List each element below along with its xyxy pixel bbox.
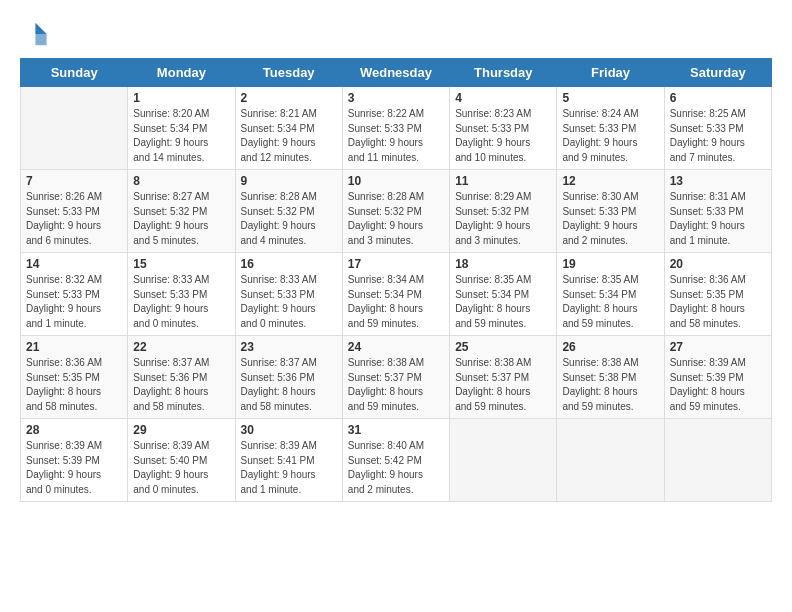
day-info: Sunrise: 8:26 AM Sunset: 5:33 PM Dayligh… (26, 190, 122, 248)
calendar-cell: 12Sunrise: 8:30 AM Sunset: 5:33 PM Dayli… (557, 170, 664, 253)
calendar-cell: 22Sunrise: 8:37 AM Sunset: 5:36 PM Dayli… (128, 336, 235, 419)
day-info: Sunrise: 8:20 AM Sunset: 5:34 PM Dayligh… (133, 107, 229, 165)
calendar-body: 1Sunrise: 8:20 AM Sunset: 5:34 PM Daylig… (21, 87, 772, 502)
days-of-week-header: SundayMondayTuesdayWednesdayThursdayFrid… (21, 59, 772, 87)
day-info: Sunrise: 8:39 AM Sunset: 5:40 PM Dayligh… (133, 439, 229, 497)
day-info: Sunrise: 8:33 AM Sunset: 5:33 PM Dayligh… (241, 273, 337, 331)
calendar-week-row: 21Sunrise: 8:36 AM Sunset: 5:35 PM Dayli… (21, 336, 772, 419)
day-info: Sunrise: 8:40 AM Sunset: 5:42 PM Dayligh… (348, 439, 444, 497)
day-number: 20 (670, 257, 766, 271)
calendar-week-row: 14Sunrise: 8:32 AM Sunset: 5:33 PM Dayli… (21, 253, 772, 336)
calendar-cell: 19Sunrise: 8:35 AM Sunset: 5:34 PM Dayli… (557, 253, 664, 336)
logo (20, 20, 52, 48)
day-info: Sunrise: 8:28 AM Sunset: 5:32 PM Dayligh… (241, 190, 337, 248)
day-number: 17 (348, 257, 444, 271)
calendar-cell: 27Sunrise: 8:39 AM Sunset: 5:39 PM Dayli… (664, 336, 771, 419)
day-number: 16 (241, 257, 337, 271)
day-info: Sunrise: 8:23 AM Sunset: 5:33 PM Dayligh… (455, 107, 551, 165)
day-info: Sunrise: 8:27 AM Sunset: 5:32 PM Dayligh… (133, 190, 229, 248)
calendar-cell: 26Sunrise: 8:38 AM Sunset: 5:38 PM Dayli… (557, 336, 664, 419)
calendar-week-row: 7Sunrise: 8:26 AM Sunset: 5:33 PM Daylig… (21, 170, 772, 253)
day-info: Sunrise: 8:38 AM Sunset: 5:37 PM Dayligh… (455, 356, 551, 414)
day-info: Sunrise: 8:30 AM Sunset: 5:33 PM Dayligh… (562, 190, 658, 248)
calendar-cell: 20Sunrise: 8:36 AM Sunset: 5:35 PM Dayli… (664, 253, 771, 336)
day-info: Sunrise: 8:28 AM Sunset: 5:32 PM Dayligh… (348, 190, 444, 248)
calendar-cell: 28Sunrise: 8:39 AM Sunset: 5:39 PM Dayli… (21, 419, 128, 502)
calendar-cell: 18Sunrise: 8:35 AM Sunset: 5:34 PM Dayli… (450, 253, 557, 336)
day-number: 6 (670, 91, 766, 105)
calendar-cell (557, 419, 664, 502)
day-number: 25 (455, 340, 551, 354)
day-number: 7 (26, 174, 122, 188)
day-info: Sunrise: 8:32 AM Sunset: 5:33 PM Dayligh… (26, 273, 122, 331)
calendar-cell (450, 419, 557, 502)
day-info: Sunrise: 8:29 AM Sunset: 5:32 PM Dayligh… (455, 190, 551, 248)
day-number: 23 (241, 340, 337, 354)
day-info: Sunrise: 8:36 AM Sunset: 5:35 PM Dayligh… (670, 273, 766, 331)
day-number: 4 (455, 91, 551, 105)
day-number: 11 (455, 174, 551, 188)
day-info: Sunrise: 8:24 AM Sunset: 5:33 PM Dayligh… (562, 107, 658, 165)
day-info: Sunrise: 8:22 AM Sunset: 5:33 PM Dayligh… (348, 107, 444, 165)
day-info: Sunrise: 8:37 AM Sunset: 5:36 PM Dayligh… (241, 356, 337, 414)
calendar-cell: 21Sunrise: 8:36 AM Sunset: 5:35 PM Dayli… (21, 336, 128, 419)
calendar-cell: 7Sunrise: 8:26 AM Sunset: 5:33 PM Daylig… (21, 170, 128, 253)
calendar-cell: 14Sunrise: 8:32 AM Sunset: 5:33 PM Dayli… (21, 253, 128, 336)
logo-icon (20, 20, 48, 48)
svg-marker-0 (35, 23, 46, 34)
calendar-cell: 31Sunrise: 8:40 AM Sunset: 5:42 PM Dayli… (342, 419, 449, 502)
day-info: Sunrise: 8:36 AM Sunset: 5:35 PM Dayligh… (26, 356, 122, 414)
day-of-week-header: Wednesday (342, 59, 449, 87)
calendar-cell: 30Sunrise: 8:39 AM Sunset: 5:41 PM Dayli… (235, 419, 342, 502)
day-info: Sunrise: 8:25 AM Sunset: 5:33 PM Dayligh… (670, 107, 766, 165)
day-info: Sunrise: 8:39 AM Sunset: 5:41 PM Dayligh… (241, 439, 337, 497)
calendar-cell: 29Sunrise: 8:39 AM Sunset: 5:40 PM Dayli… (128, 419, 235, 502)
day-of-week-header: Thursday (450, 59, 557, 87)
day-info: Sunrise: 8:37 AM Sunset: 5:36 PM Dayligh… (133, 356, 229, 414)
calendar-cell: 23Sunrise: 8:37 AM Sunset: 5:36 PM Dayli… (235, 336, 342, 419)
calendar-cell: 15Sunrise: 8:33 AM Sunset: 5:33 PM Dayli… (128, 253, 235, 336)
day-number: 30 (241, 423, 337, 437)
calendar-cell: 25Sunrise: 8:38 AM Sunset: 5:37 PM Dayli… (450, 336, 557, 419)
calendar-cell: 6Sunrise: 8:25 AM Sunset: 5:33 PM Daylig… (664, 87, 771, 170)
calendar-table: SundayMondayTuesdayWednesdayThursdayFrid… (20, 58, 772, 502)
day-info: Sunrise: 8:35 AM Sunset: 5:34 PM Dayligh… (455, 273, 551, 331)
day-number: 13 (670, 174, 766, 188)
header (20, 20, 772, 48)
calendar-cell: 13Sunrise: 8:31 AM Sunset: 5:33 PM Dayli… (664, 170, 771, 253)
calendar-cell: 17Sunrise: 8:34 AM Sunset: 5:34 PM Dayli… (342, 253, 449, 336)
day-info: Sunrise: 8:39 AM Sunset: 5:39 PM Dayligh… (26, 439, 122, 497)
day-number: 22 (133, 340, 229, 354)
day-info: Sunrise: 8:38 AM Sunset: 5:38 PM Dayligh… (562, 356, 658, 414)
day-number: 8 (133, 174, 229, 188)
day-number: 14 (26, 257, 122, 271)
calendar-cell: 2Sunrise: 8:21 AM Sunset: 5:34 PM Daylig… (235, 87, 342, 170)
day-number: 26 (562, 340, 658, 354)
day-number: 24 (348, 340, 444, 354)
calendar-week-row: 28Sunrise: 8:39 AM Sunset: 5:39 PM Dayli… (21, 419, 772, 502)
calendar-cell: 4Sunrise: 8:23 AM Sunset: 5:33 PM Daylig… (450, 87, 557, 170)
calendar-cell: 1Sunrise: 8:20 AM Sunset: 5:34 PM Daylig… (128, 87, 235, 170)
day-of-week-header: Sunday (21, 59, 128, 87)
calendar-cell (21, 87, 128, 170)
day-info: Sunrise: 8:35 AM Sunset: 5:34 PM Dayligh… (562, 273, 658, 331)
day-number: 3 (348, 91, 444, 105)
calendar-cell: 11Sunrise: 8:29 AM Sunset: 5:32 PM Dayli… (450, 170, 557, 253)
day-info: Sunrise: 8:39 AM Sunset: 5:39 PM Dayligh… (670, 356, 766, 414)
day-number: 1 (133, 91, 229, 105)
calendar-cell: 16Sunrise: 8:33 AM Sunset: 5:33 PM Dayli… (235, 253, 342, 336)
day-info: Sunrise: 8:21 AM Sunset: 5:34 PM Dayligh… (241, 107, 337, 165)
day-number: 28 (26, 423, 122, 437)
day-number: 31 (348, 423, 444, 437)
day-number: 19 (562, 257, 658, 271)
calendar-cell: 24Sunrise: 8:38 AM Sunset: 5:37 PM Dayli… (342, 336, 449, 419)
day-number: 2 (241, 91, 337, 105)
day-number: 5 (562, 91, 658, 105)
day-number: 10 (348, 174, 444, 188)
day-of-week-header: Tuesday (235, 59, 342, 87)
calendar-cell: 10Sunrise: 8:28 AM Sunset: 5:32 PM Dayli… (342, 170, 449, 253)
day-of-week-header: Friday (557, 59, 664, 87)
calendar-cell (664, 419, 771, 502)
calendar-cell: 8Sunrise: 8:27 AM Sunset: 5:32 PM Daylig… (128, 170, 235, 253)
day-number: 15 (133, 257, 229, 271)
